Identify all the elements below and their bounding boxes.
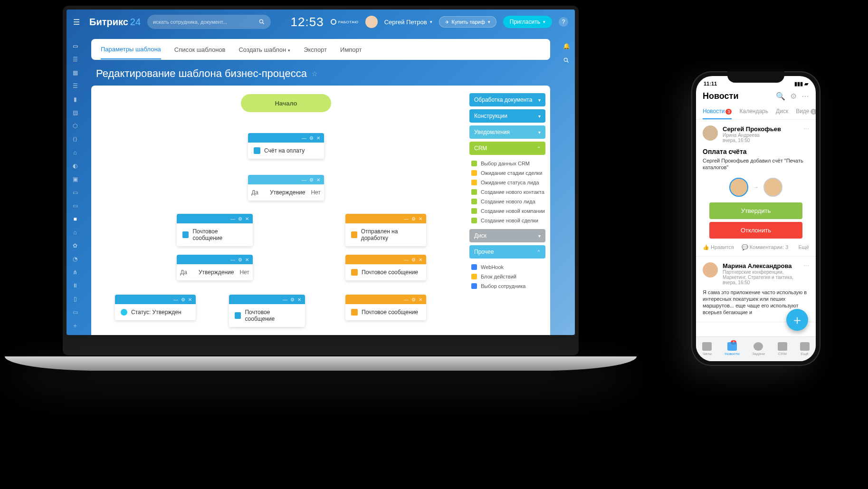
laptop-base (5, 356, 637, 371)
node-mail-orange-2[interactable]: —⚙✕ Почтовое сообщение (345, 295, 426, 320)
crm-new-deal[interactable]: Создание новой сделки (469, 218, 545, 223)
more-icon[interactable]: ⋯ (803, 262, 809, 269)
tab-export[interactable]: Экспорт (304, 40, 327, 59)
phone-tab-video[interactable]: Виде1 (796, 105, 816, 119)
post-author[interactable]: Сергей Прокофьев (723, 125, 799, 133)
flow-area[interactable]: Начало —⚙✕ Счёт на оплату —⚙✕ ДаУтвержде… (91, 86, 465, 335)
other-employee[interactable]: Выбор сотрудника (469, 283, 545, 289)
rail-icon-image[interactable]: ▭ (71, 189, 79, 196)
rail-icon-doc[interactable]: ▭ (71, 202, 79, 209)
other-block[interactable]: Блок действий (469, 274, 545, 279)
rail-icon-filter[interactable]: ☰ (71, 56, 79, 63)
node-start[interactable]: Начало (241, 94, 331, 112)
search-input[interactable]: искать сотрудника, документ... (147, 15, 271, 29)
filter-icon[interactable]: ⚙ (790, 92, 797, 101)
rail-icon-robot[interactable]: ⬡ (71, 123, 79, 129)
acc-notif[interactable]: Уведомления▾ (469, 125, 545, 139)
search-side-icon[interactable] (563, 57, 570, 64)
crm-new-contact[interactable]: Создание нового контакта (469, 189, 545, 195)
work-status[interactable]: РАБОТАЮ (331, 19, 359, 25)
rail-icon-globe[interactable]: ◐ (71, 163, 79, 169)
bell-icon[interactable]: 🔔 (563, 43, 570, 49)
avatar[interactable] (703, 125, 718, 141)
tab-list[interactable]: Список шаблонов (174, 40, 226, 59)
more-icon[interactable]: ⋯ (803, 125, 809, 132)
rail-icon-chart[interactable]: ▮ (71, 96, 79, 103)
avatar-from[interactable] (729, 178, 748, 197)
tab-params[interactable]: Параметры шаблона (101, 40, 161, 59)
tabbar-chats[interactable]: Чаты (702, 342, 712, 356)
rail-icon-book[interactable]: ▤ (71, 109, 79, 116)
more-button[interactable]: Ещё (798, 244, 809, 250)
node-approve-1[interactable]: —⚙✕ ДаУтверждениеНет (248, 175, 324, 201)
node-rework[interactable]: —⚙✕ Отправлен на доработку (345, 214, 426, 246)
rail-icon-workflow[interactable]: ⋔ (71, 269, 79, 276)
rail-icon-clock[interactable]: ◔ (71, 256, 79, 262)
rail-icon-grid[interactable]: ▦ (71, 69, 79, 76)
phone-tab-calendar[interactable]: Календарь (739, 105, 768, 119)
more-icon (800, 342, 810, 351)
node-invoice[interactable]: —⚙✕ Счёт на оплату (248, 133, 324, 159)
post-author[interactable]: Марина Александрова (723, 262, 799, 269)
crm-wait-deal[interactable]: Ожидание стадии сделки (469, 170, 545, 176)
tab-create[interactable]: Создать шаблон▾ (238, 40, 290, 59)
search-icon (258, 19, 265, 25)
help-icon[interactable]: ? (559, 17, 568, 27)
rail-icon-settings[interactable]: ✿ (71, 242, 79, 249)
rail-icon-pause[interactable]: ⏸ (71, 282, 79, 289)
tabbar-crm[interactable]: CRM (778, 342, 787, 356)
fab-add[interactable]: ＋ (786, 309, 808, 331)
rail-icon-device[interactable]: ▯ (71, 296, 79, 302)
more-icon[interactable]: ⋯ (801, 92, 809, 101)
rail-icon-screen[interactable]: ▭ (71, 309, 79, 316)
rail-icon-list[interactable]: ☰ (71, 83, 79, 89)
rail-icon-home[interactable]: ⌂ (71, 229, 79, 236)
rail-icon-add[interactable]: ＋ (71, 322, 79, 329)
crm-new-company[interactable]: Создание новой компании (469, 208, 545, 214)
phone-tab-disk[interactable]: Диск (776, 105, 788, 119)
logo[interactable]: Битрикс24 (89, 17, 141, 28)
triangle-icon (471, 161, 477, 166)
comments-button[interactable]: 💬 Комментарии: 3 (742, 244, 789, 250)
acc-disk[interactable]: Диск▾ (469, 229, 545, 242)
phone-body[interactable]: Сергей Прокофьев Ирина Андреева вчера, 1… (696, 120, 816, 336)
acc-other[interactable]: Прочее⌃ (469, 245, 545, 259)
rail-icon-code[interactable]: ⟨⟩ (71, 136, 79, 143)
approve-button[interactable]: Утвердить (709, 202, 802, 219)
node-mail-2[interactable]: —⚙✕ Почтовое сообщение (229, 295, 305, 327)
acc-doc[interactable]: Обработка документа▾ (469, 93, 545, 106)
acc-crm[interactable]: CRM⌃ (469, 142, 545, 155)
avatar-to[interactable] (763, 178, 782, 197)
search-icon[interactable]: 🔍 (776, 92, 785, 101)
node-approve-2[interactable]: —⚙✕ ДаУтверждениеНет (177, 255, 253, 280)
menu-icon[interactable]: ☰ (73, 18, 83, 27)
brand-suffix: 24 (130, 17, 141, 28)
node-mail-1[interactable]: —⚙✕ Почтовое сообщение (177, 214, 253, 246)
node-mail-orange-1[interactable]: —⚙✕ Почтовое сообщение (345, 255, 426, 280)
avatar[interactable] (703, 262, 718, 278)
like-button[interactable]: 👍 Нравится (703, 244, 734, 250)
reject-button[interactable]: Отклонить (709, 222, 802, 239)
user-avatar[interactable] (365, 16, 378, 28)
other-webhook[interactable]: WebHook (469, 264, 545, 270)
tab-import[interactable]: Импорт (340, 40, 362, 59)
rail-icon-window[interactable]: ▭ (71, 43, 79, 49)
rail-icon-video[interactable]: ■ (71, 216, 79, 222)
clock-icon (471, 180, 477, 185)
phone-tab-news[interactable]: Новости3 (703, 105, 732, 119)
buy-plan-button[interactable]: Купить тариф▾ (439, 16, 496, 28)
invite-button[interactable]: Пригласить▾ (503, 16, 552, 28)
crm-wait-lead[interactable]: Ожидание статуса лида (469, 180, 545, 185)
rail-icon-box[interactable]: ▣ (71, 176, 79, 182)
tabbar-tasks[interactable]: Задачи (752, 342, 765, 356)
crm-new-lead[interactable]: Создание нового лида (469, 199, 545, 204)
favorite-star-icon[interactable]: ☆ (312, 70, 318, 77)
user-menu[interactable]: Сергей Петров▾ (384, 19, 432, 26)
crm-select[interactable]: Выбор данных CRM (469, 161, 545, 166)
tabbar-news[interactable]: 4Новости (725, 342, 739, 356)
rail-icon-building[interactable]: ⌂ (71, 149, 79, 156)
tabbar-more[interactable]: Ещё (800, 342, 810, 356)
acc-constr[interactable]: Конструкции▾ (469, 109, 545, 123)
node-status[interactable]: —⚙✕ Статус: Утвержден (115, 295, 196, 320)
mail-icon (351, 269, 358, 276)
